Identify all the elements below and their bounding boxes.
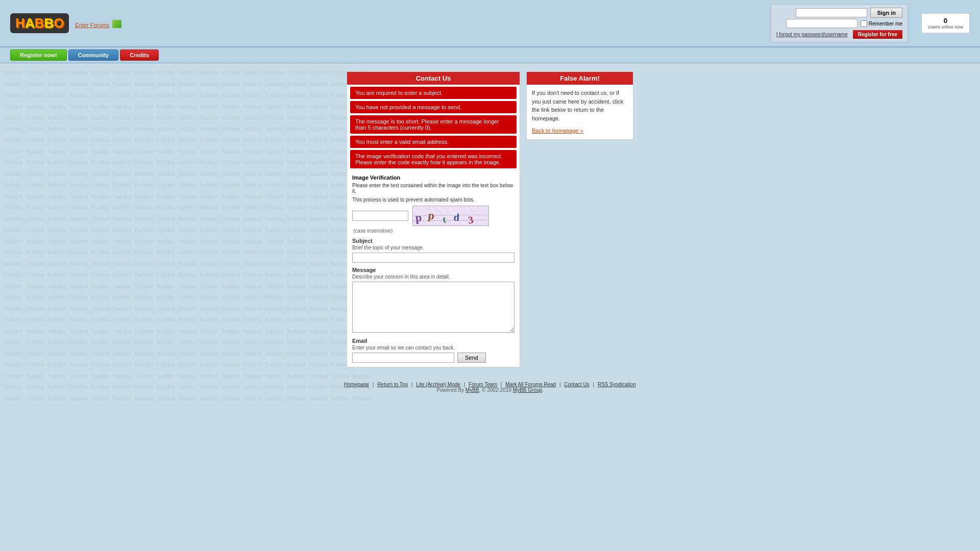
false-alarm-title: False Alarm! (527, 72, 633, 85)
captcha-input[interactable] (352, 211, 408, 221)
subject-label: Subject (352, 238, 514, 244)
image-verification-desc2: This process is used to prevent automate… (352, 197, 514, 203)
svg-text:p: p (415, 211, 424, 224)
remember-checkbox[interactable] (861, 20, 867, 27)
footer-mybb-group-link[interactable]: MyBB Group (513, 387, 542, 393)
svg-text:p: p (427, 209, 437, 222)
footer-powered-by: Powered By MyBB, © 2002-2019 MyBB Group. (6, 387, 974, 393)
error-bar-4: You must enter a valid email address. (350, 136, 517, 148)
footer-link-contact-us[interactable]: Contact Us (564, 382, 589, 387)
login-username-row: Sign in (796, 8, 902, 18)
image-verification-desc1: Please enter the text contained within t… (352, 183, 514, 194)
sign-in-button[interactable]: Sign in (870, 8, 902, 18)
email-label: Email (352, 338, 514, 344)
online-count: 0 (928, 17, 963, 24)
register-free-button[interactable]: Register for free (853, 30, 902, 39)
error-bar-3: The message is too short. Please enter a… (350, 115, 517, 134)
login-form: Sign in Remember me I forgot my password… (776, 8, 902, 39)
message-desc: Describe your concern in this area in de… (352, 274, 514, 280)
back-to-homepage-link[interactable]: Back to homepage » (532, 128, 583, 134)
header: HABBO Enter Forums Sign in Remember me (0, 0, 980, 47)
false-alarm-body: If you don't need to contact us, or if y… (527, 85, 633, 139)
email-input[interactable] (352, 353, 454, 363)
header-left: HABBO Enter Forums (10, 13, 121, 33)
forgot-password-link[interactable]: I forgot my password/username (776, 32, 848, 37)
header-right: Sign in Remember me I forgot my password… (771, 4, 970, 42)
svg-text:3: 3 (468, 214, 476, 226)
footer-link-forum-team[interactable]: Forum Team (469, 382, 497, 387)
footer-link-rss[interactable]: RSS Syndication (598, 382, 636, 387)
svg-text:d: d (453, 211, 461, 223)
navbar: Register now! Community Credits (0, 47, 980, 63)
online-users-box: 0 Users online now (921, 13, 970, 33)
password-input[interactable] (786, 19, 857, 28)
community-button[interactable]: Community (68, 49, 119, 61)
svg-line-8 (413, 220, 488, 221)
forums-icon (112, 20, 121, 28)
case-insensitive-label: (case insensitive) (353, 228, 514, 234)
svg-text:t: t (442, 214, 448, 225)
contact-form-title: Contact Us (347, 72, 520, 85)
username-input[interactable] (796, 8, 867, 17)
enter-forums-link[interactable]: Enter Forums (75, 22, 109, 28)
error-bar-2: You have not provided a message to send. (350, 101, 517, 113)
false-alarm-box: False Alarm! If you don't need to contac… (526, 71, 633, 140)
login-password-row: Remember me (786, 19, 902, 28)
remember-label: Remember me (861, 20, 902, 27)
send-button[interactable]: Send (457, 353, 486, 363)
subject-desc: Brief the topic of your message. (352, 245, 514, 251)
error-bar-5: The image verification code that you ent… (350, 150, 517, 168)
register-now-button[interactable]: Register now! (10, 49, 67, 61)
footer-link-mark-read[interactable]: Mark All Forums Read (505, 382, 556, 387)
svg-rect-0 (413, 206, 488, 226)
footer: Homepage | Return to Top | Lite (Archive… (0, 375, 980, 399)
svg-line-7 (413, 215, 488, 216)
error-bar-1: You are required to enter a subject. (350, 87, 517, 99)
captcha-image: p p t d 3 (412, 206, 489, 226)
svg-rect-1 (413, 206, 488, 226)
login-panel: Sign in Remember me I forgot my password… (771, 4, 908, 42)
logo[interactable]: HABBO (10, 13, 69, 33)
message-textarea[interactable] (352, 282, 514, 333)
email-row: Send (352, 353, 514, 363)
footer-mybb-link[interactable]: MyBB (465, 387, 479, 393)
captcha-row: p p t d 3 (352, 206, 514, 226)
login-bottom-row: I forgot my password/username Register f… (776, 30, 902, 39)
footer-link-lite-mode[interactable]: Lite (Archive) Mode (416, 382, 460, 387)
subject-input[interactable] (352, 253, 514, 263)
enter-forums-area: Enter Forums (75, 19, 121, 28)
online-label: Users online now (928, 24, 963, 30)
credits-button[interactable]: Credits (120, 49, 159, 61)
footer-link-return-top[interactable]: Return to Top (377, 382, 408, 387)
footer-link-homepage[interactable]: Homepage (344, 382, 369, 387)
main-content: Contact Us You are required to enter a s… (0, 63, 980, 375)
form-body: Image Verification Please enter the text… (347, 170, 520, 367)
footer-links: Homepage | Return to Top | Lite (Archive… (6, 382, 974, 387)
message-label: Message (352, 267, 514, 273)
image-verification-title: Image Verification (352, 174, 514, 181)
email-desc: Enter your email so we can contact you b… (352, 345, 514, 350)
contact-form-box: Contact Us You are required to enter a s… (347, 71, 520, 367)
